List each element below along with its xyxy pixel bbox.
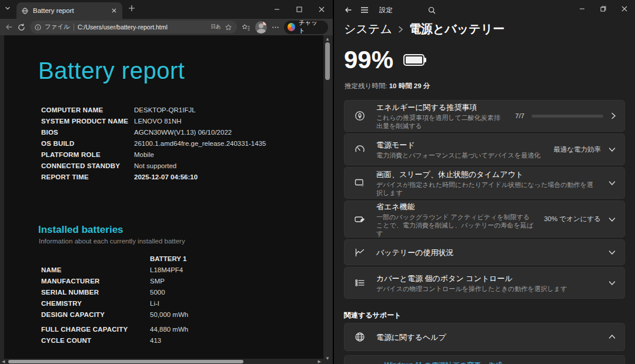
profile-avatar[interactable] [255,21,267,34]
estimate-value: 10 時間 29 分 [389,82,430,89]
info-icon[interactable] [35,24,41,31]
scroll-up-arrow-icon[interactable]: ▲ [325,37,330,42]
copilot-chat-button[interactable]: チャット [284,21,328,34]
tab-close-icon[interactable] [111,7,118,14]
card-power-mode[interactable]: 電源モード 電力消費とパフォーマンスに基づいてデバイスを最適化 最適な電力効率 [344,133,625,165]
settings-titlebar: 設定 [334,0,635,20]
row-value: L18M4PF4 [150,265,183,276]
row-value: 26100.1.amd64fre.ge_release.240331-1435 [134,138,266,149]
hamburger-menu-icon[interactable] [360,6,369,14]
scroll-right-arrow-icon[interactable]: ▶ [318,359,321,364]
address-scheme-label: ファイル [45,23,70,31]
minimize-button[interactable] [572,0,593,18]
row-value: 2025-12-07 04:56:10 [134,172,198,183]
installed-batteries-table: BATTERY 1 NAMEL18M4PF4 MANUFACTURERSMP S… [41,253,188,346]
table-row: REPORT TIME2025-12-07 04:56:10 [41,172,266,183]
card-energy-saver[interactable]: 省エネ機能 一部のバックグラウンド アクティビティを制限することで、電力消費を削… [344,201,625,238]
horizontal-scrollbar[interactable]: ◀ ▶ [0,359,323,364]
table-row: FULL CHARGE CAPACITY44,880 mWh [41,324,188,335]
page-title: Battery report [38,58,185,84]
chevron-right-icon [610,112,616,120]
row-label: COMPUTER NAME [41,105,134,116]
breadcrumb: システム 電源とバッテリー [344,21,504,37]
horizontal-scrollbar-thumb[interactable] [8,360,243,363]
address-divider [73,24,74,31]
table-row: CONNECTED STANDBYNot supported [41,161,266,172]
address-bar[interactable]: ファイル C:/Users/user/battery-report.html 日… [30,21,237,34]
row-value: Li-I [150,298,159,309]
card-battery-usage[interactable]: バッテリーの使用状況 [344,239,625,265]
new-tab-button[interactable] [128,5,135,12]
scroll-left-arrow-icon[interactable]: ◀ [2,359,5,364]
progress-bar [532,115,603,118]
row-label: OS BUILD [41,138,134,149]
battery-estimate: 推定残り時間: 10 時間 29 分 [345,82,430,91]
browser-tab-strip: Battery report [0,0,333,19]
maximize-button[interactable] [288,0,310,19]
breadcrumb-system[interactable]: システム [344,21,392,37]
card-title: 画面、スリープ、休止状態のタイムアウト [376,170,523,179]
browser-tab[interactable]: Battery report [16,2,122,19]
search-icon[interactable] [428,6,436,14]
row-label: SERIAL NUMBER [41,287,150,298]
collections-icon[interactable] [242,23,250,32]
close-button[interactable] [614,0,635,18]
card-subtitle: 一部のバックグラウンド アクティビティを制限することで、電力消費を削減し、バッテ… [376,213,533,238]
close-button[interactable] [310,0,333,19]
refresh-icon[interactable] [18,24,25,31]
card-title: 電源モード [376,141,415,149]
row-value: Not supported [134,161,176,172]
browser-toolbar: ファイル C:/Users/user/battery-report.html 日… [0,19,333,35]
back-icon[interactable] [5,23,13,31]
restore-button[interactable] [593,0,614,18]
battery-fill [406,56,422,64]
table-row: SERIAL NUMBER5000 [41,287,188,298]
globe-favicon-icon [21,7,29,15]
browser-window-controls [266,0,333,19]
table-row: BIOSAGCN30WW(V1.13) 06/10/2022 [41,127,266,138]
row-value: 44,880 mWh [150,324,188,335]
settings-window: 設定 システム 電源とバッテリー 99% 推定残り時間: 10 時間 29 分 [334,0,635,364]
card-screen-sleep-timeouts[interactable]: 画面、スリープ、休止状態のタイムアウト デバイスが指定された時間にわたりアイドル… [344,167,625,199]
row-value: AGCN30WW(V1.13) 06/10/2022 [134,127,232,138]
vertical-scrollbar[interactable]: ▲ ▼ [323,35,332,363]
more-options-icon[interactable] [272,24,279,31]
battery-icon [403,54,425,66]
card-title: 電源に関するヘルプ [376,333,446,342]
minimize-button[interactable] [266,0,288,19]
card-lid-power-button-controls[interactable]: カバーと電源 個のボタン コントロール デバイスの物理コントロールを操作したとき… [344,267,625,299]
card-subtitle: 電力消費とパフォーマンスに基づいてデバイスを最適化 [376,151,543,159]
translate-icon[interactable]: 日あ [211,24,221,31]
card-energy-recommendations[interactable]: エネルギーに関する推奨事項 これらの推奨事項を適用して二酸化炭素排出量を削減する… [344,100,625,132]
installed-batteries-title: Installed batteries [38,224,123,236]
card-subtitle: デバイスが指定された時間にわたりアイドル状態になった場合の動作を選択します [376,181,597,197]
row-value: 50,000 mWh [150,309,188,320]
table-row: OS BUILD26100.1.amd64fre.ge_release.2403… [41,138,266,149]
card-power-help[interactable]: 電源に関するヘルプ [344,323,625,351]
tab-search-chevron-icon[interactable] [5,5,11,11]
settings-card-list: エネルギーに関する推奨事項 これらの推奨事項を適用して二酸化炭素排出量を削減する… [344,100,625,300]
help-expanded-panel: Windows 11 の電源計画の変更、作成 [344,355,625,364]
leaf-circle-icon [354,110,366,122]
row-label: CYCLE COUNT [41,335,150,346]
row-label: SYSTEM PRODUCT NAME [41,116,134,127]
card-subtitle: これらの推奨事項を適用して二酸化炭素排出量を削減する [376,113,504,130]
browser-window: Battery report [0,0,333,364]
table-row: CYCLE COUNT413 [41,335,188,346]
address-url[interactable]: C:/Users/user/battery-report.html [78,24,208,31]
help-link[interactable]: Windows 11 の電源計画の変更、作成 [385,360,502,364]
system-info-table: COMPUTER NAMEDESKTOP-QR1IFJL SYSTEM PROD… [41,105,266,183]
row-value: LENOVO 81NH [134,116,182,127]
gauge-icon [354,143,366,155]
avatar-body [257,29,266,34]
row-label: DESIGN CAPACITY [41,309,150,320]
row-label: REPORT TIME [41,172,134,183]
add-favorite-star-icon[interactable] [225,24,232,31]
globe-icon [354,331,366,343]
vertical-scrollbar-thumb[interactable] [325,42,330,80]
screen: Battery report [0,0,635,364]
row-value: SMP [150,276,165,287]
back-icon[interactable] [344,6,352,14]
scroll-down-arrow-icon[interactable]: ▼ [325,356,330,361]
battery-nub [425,58,426,62]
